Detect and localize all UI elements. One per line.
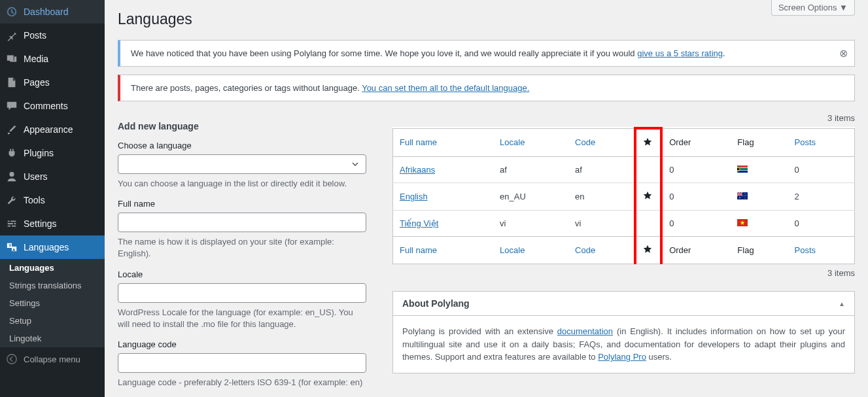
toggle-postbox-icon[interactable]: ▲ (839, 300, 845, 307)
page-icon (5, 76, 18, 89)
tf-code[interactable]: Code (568, 237, 635, 264)
menu-users[interactable]: Users (0, 165, 105, 188)
lang-default-cell[interactable] (635, 157, 661, 183)
menu-plugins[interactable]: Plugins (0, 141, 105, 165)
set-default-link[interactable]: You can set them all to the default lang… (362, 83, 529, 93)
submenu-setup[interactable]: Setup (0, 312, 105, 330)
menu-media[interactable]: Media (0, 47, 105, 71)
polylang-pro-link[interactable]: Polylang Pro (598, 352, 646, 362)
screen-options-button[interactable]: Screen Options ▼ (771, 0, 855, 16)
menu-label: Languages (24, 242, 69, 252)
lang-flag (731, 157, 788, 183)
th-locale[interactable]: Locale (493, 128, 568, 157)
menu-comments[interactable]: Comments (0, 94, 105, 118)
brush-icon (5, 123, 18, 136)
lang-name-link[interactable]: Tiếng Việt (400, 218, 438, 228)
locale-label: Locale (118, 269, 366, 279)
lang-posts: 2 (788, 183, 854, 211)
notice-text: There are posts, pages, categories or ta… (131, 83, 362, 93)
choose-language-select[interactable] (118, 154, 366, 174)
translate-icon (5, 241, 18, 254)
menu-appearance[interactable]: Appearance (0, 118, 105, 141)
menu-label: Media (24, 54, 48, 64)
page-title: Languages (118, 10, 855, 28)
admin-sidebar: Dashboard Posts Media Pages Comments App… (0, 0, 105, 397)
menu-posts[interactable]: Posts (0, 24, 105, 47)
code-label: Language code (118, 339, 366, 349)
star-icon (643, 191, 652, 200)
fullname-input[interactable] (118, 213, 366, 232)
fullname-label: Full name (118, 199, 366, 209)
lang-code: af (568, 157, 635, 183)
th-default[interactable] (635, 128, 661, 157)
tf-flag: Flag (731, 237, 788, 264)
lang-locale: en_AU (493, 183, 568, 211)
lang-default-cell[interactable] (635, 183, 661, 211)
th-fullname[interactable]: Full name (393, 128, 494, 157)
rating-link[interactable]: give us a 5 stars rating (637, 48, 723, 58)
tf-default[interactable] (635, 237, 661, 264)
choose-language-help: You can choose a language in the list or… (118, 178, 366, 190)
form-heading: Add new language (118, 121, 366, 131)
menu-label: Pages (24, 77, 50, 88)
comment-icon (5, 99, 18, 112)
th-order[interactable]: Order (661, 128, 731, 157)
lang-default-cell[interactable] (635, 211, 661, 237)
code-input[interactable] (118, 353, 366, 373)
menu-tools[interactable]: Tools (0, 188, 105, 212)
menu-label: Settings (24, 218, 57, 229)
missing-language-notice: There are posts, pages, categories or ta… (118, 75, 855, 101)
lang-locale: af (493, 157, 568, 183)
menu-label: Plugins (24, 148, 54, 158)
th-flag: Flag (731, 128, 788, 157)
table-row: Afrikaansafaf00 (393, 157, 855, 183)
about-postbox: About Polylang ▲ Polylang is provided wi… (392, 291, 855, 373)
tf-fullname[interactable]: Full name (393, 237, 494, 264)
svg-rect-5 (737, 167, 748, 168)
menu-languages[interactable]: Languages (0, 235, 105, 259)
plug-icon (5, 147, 18, 160)
lang-posts: 0 (788, 157, 854, 183)
tf-posts[interactable]: Posts (788, 237, 854, 264)
items-count-top: 3 items (392, 113, 855, 123)
about-body: Polylang is provided with an extensive d… (393, 316, 854, 373)
menu-settings[interactable]: Settings (0, 212, 105, 235)
menu-dashboard[interactable]: Dashboard (0, 0, 105, 24)
locale-help: WordPress Locale for the language (for e… (118, 307, 366, 330)
menu-pages[interactable]: Pages (0, 71, 105, 94)
sliders-icon (5, 217, 18, 230)
svg-point-0 (7, 354, 16, 364)
star-icon (643, 137, 652, 147)
documentation-link[interactable]: documentation (557, 326, 613, 336)
svg-point-11 (746, 195, 746, 196)
submenu-strings[interactable]: Strings translations (0, 277, 105, 294)
user-icon (5, 170, 18, 183)
media-icon (5, 52, 18, 65)
notice-text: We have noticed that you have been using… (131, 48, 637, 58)
collapse-menu[interactable]: Collapse menu (0, 347, 105, 371)
about-title: About Polylang (402, 298, 470, 309)
dismiss-notice-icon[interactable]: ⊗ (839, 47, 848, 60)
choose-language-label: Choose a language (118, 141, 366, 150)
lang-name-link[interactable]: English (400, 192, 428, 201)
lang-flag (731, 211, 788, 237)
code-help: Language code - preferably 2-letters ISO… (118, 377, 366, 388)
submenu-settings[interactable]: Settings (0, 294, 105, 312)
svg-point-13 (744, 196, 744, 196)
lang-name-link[interactable]: Afrikaans (400, 165, 435, 175)
wrench-icon (5, 194, 18, 207)
locale-input[interactable] (118, 283, 366, 303)
tf-order[interactable]: Order (661, 237, 731, 264)
table-row: Englishen_AUen02 (393, 183, 855, 211)
lang-posts: 0 (788, 211, 854, 237)
svg-rect-6 (737, 170, 748, 171)
rating-notice: We have noticed that you have been using… (118, 40, 855, 67)
svg-point-14 (746, 196, 746, 197)
dashboard-icon (5, 5, 18, 18)
main-content: Screen Options ▼ Languages We have notic… (105, 0, 868, 397)
submenu-lingotek[interactable]: Lingotek (0, 330, 105, 347)
tf-locale[interactable]: Locale (493, 237, 568, 264)
th-code[interactable]: Code (568, 128, 635, 157)
submenu-languages[interactable]: Languages (0, 259, 105, 277)
th-posts[interactable]: Posts (788, 128, 854, 157)
